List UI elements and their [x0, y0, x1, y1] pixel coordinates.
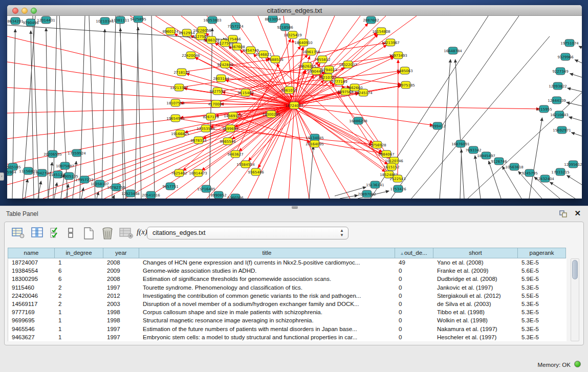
new-column-file-icon[interactable]: [82, 227, 95, 240]
table-cell[interactable]: Embryonic stem cells: a model to study s…: [139, 333, 395, 341]
column-header-short[interactable]: short: [433, 248, 517, 258]
graph-edge[interactable]: [309, 146, 313, 199]
table-cell[interactable]: 2: [55, 292, 103, 300]
table-cell[interactable]: 0: [395, 325, 433, 333]
graph-edge[interactable]: [567, 102, 582, 106]
graph-edge[interactable]: [568, 88, 582, 92]
select-rows-checklist-icon[interactable]: [50, 227, 61, 239]
panel-collapse-handle[interactable]: ‹: [0, 172, 4, 181]
table-cell[interactable]: 22420046: [8, 292, 55, 300]
table-cell[interactable]: 9115460: [8, 283, 55, 292]
column-header-title[interactable]: title: [139, 248, 395, 258]
table-cell[interactable]: 2: [55, 300, 103, 308]
table-cell[interactable]: 2009: [103, 267, 139, 275]
table-cell[interactable]: Disruption of a novel member of a sodium…: [139, 300, 395, 308]
table-row[interactable]: 1456911722003Disruption of a novel membe…: [8, 300, 565, 308]
table-cell[interactable]: 1: [55, 316, 103, 324]
function-builder-icon[interactable]: f(x): [137, 228, 147, 236]
column-header-pagerank[interactable]: pagerank: [517, 248, 566, 258]
table-cell[interactable]: 18724007: [8, 258, 55, 267]
table-cell[interactable]: 1997: [103, 325, 139, 333]
table-cell[interactable]: 0: [395, 292, 433, 300]
table-cell[interactable]: Investigating the contribution of common…: [139, 292, 395, 300]
float-panel-icon[interactable]: [559, 210, 568, 217]
table-row[interactable]: 946554611997Estimation of the future num…: [8, 325, 565, 333]
table-row[interactable]: 1872400712008Changes of HCN gene express…: [8, 258, 565, 267]
table-cell[interactable]: 2: [55, 283, 103, 292]
table-row[interactable]: 969969511998Structural magnetic resonanc…: [8, 316, 565, 324]
graph-edge[interactable]: [294, 105, 350, 199]
table-cell[interactable]: 5.3E-5: [518, 316, 567, 324]
table-cell[interactable]: 1998: [103, 308, 139, 316]
table-vertical-scrollbar[interactable]: [571, 258, 579, 341]
table-cell[interactable]: Dudbridge et al. (2008): [433, 275, 518, 283]
table-cell[interactable]: 1: [55, 333, 103, 341]
table-cell[interactable]: 5.3E-5: [518, 258, 567, 267]
table-cell[interactable]: 5.3E-5: [518, 308, 567, 316]
table-cell[interactable]: Changes of HCN gene expression and I(f) …: [139, 258, 395, 267]
graph-edge[interactable]: [294, 105, 330, 199]
graph-edge[interactable]: [81, 188, 83, 199]
network-window[interactable]: citations_edges.txt 16053803735722488130…: [7, 5, 582, 199]
close-panel-icon[interactable]: ✕: [574, 209, 581, 218]
graph-edge[interactable]: [112, 16, 116, 199]
table-cell[interactable]: 14569117: [8, 300, 55, 308]
table-cell[interactable]: 2012: [103, 292, 139, 300]
table-cell[interactable]: Yano et al. (2008): [433, 258, 518, 267]
graph-edge[interactable]: [570, 74, 582, 77]
graph-edge[interactable]: [25, 179, 28, 199]
graph-edge[interactable]: [550, 182, 575, 199]
graph-edge[interactable]: [89, 16, 95, 199]
graph-edge[interactable]: [54, 183, 57, 199]
table-cell[interactable]: Genome-wide association studies in ADHD.: [139, 267, 395, 275]
table-cell[interactable]: Jankovic et al. (1997): [433, 283, 518, 292]
table-cell[interactable]: 0: [395, 283, 433, 292]
graph-edge[interactable]: [489, 161, 501, 199]
network-window-titlebar[interactable]: citations_edges.txt: [7, 5, 582, 16]
table-cell[interactable]: Estimation of significance thresholds fo…: [139, 275, 395, 283]
table-options-icon[interactable]: [12, 227, 25, 239]
table-row[interactable]: 911546021997Tourette syndrome. Phenomeno…: [8, 283, 565, 292]
table-cell[interactable]: 9465546: [8, 325, 55, 333]
graph-edge[interactable]: [294, 105, 387, 164]
table-scrollbar-thumb[interactable]: [572, 260, 578, 279]
table-cell[interactable]: 5.6E-5: [518, 267, 567, 275]
table-cell[interactable]: 2008: [103, 275, 139, 283]
table-cell[interactable]: Tibbo et al. (1998): [433, 308, 518, 316]
table-cell[interactable]: 5.3E-5: [518, 300, 567, 308]
table-cell[interactable]: Tourette syndrome. Phenomenology and cla…: [139, 283, 395, 292]
table-cell[interactable]: 2008: [103, 258, 139, 267]
graph-edge[interactable]: [572, 133, 582, 136]
table-cell[interactable]: 1: [55, 325, 103, 333]
graph-edge[interactable]: [80, 16, 85, 199]
table-cell[interactable]: de Silva et al. (2003): [433, 300, 518, 308]
table-cell[interactable]: 9463627: [8, 333, 55, 341]
graph-edge[interactable]: [575, 60, 582, 63]
graph-edge[interactable]: [503, 166, 521, 199]
network-canvas-container[interactable]: 1605380373572248813054921858628876828634…: [7, 16, 582, 199]
table-cell[interactable]: 6: [55, 267, 103, 275]
graph-edge[interactable]: [48, 162, 52, 199]
graph-edge[interactable]: [23, 105, 294, 199]
graph-edge[interactable]: [195, 57, 294, 105]
table-row[interactable]: 2242004622012Investigating the contribut…: [8, 292, 565, 300]
table-cell[interactable]: 0: [395, 300, 433, 308]
table-cell[interactable]: Hescheler et al. (1997): [433, 333, 518, 341]
column-header-year[interactable]: year: [103, 248, 139, 258]
table-cell[interactable]: 6: [55, 275, 103, 283]
table-cell[interactable]: Nakamura et al. (1997): [433, 325, 518, 333]
table-cell[interactable]: 49: [395, 258, 433, 267]
table-row[interactable]: 1830029562008Estimation of significance …: [8, 275, 565, 283]
table-row[interactable]: 977716911998Corpus callosum shape and si…: [8, 308, 565, 316]
graph-edge[interactable]: [475, 156, 481, 199]
table-cell[interactable]: 9699695: [8, 316, 55, 324]
table-cell[interactable]: 5.5E-5: [518, 292, 567, 300]
split-pane-grip[interactable]: [292, 206, 298, 209]
table-cell[interactable]: 0: [395, 308, 433, 316]
table-cell[interactable]: 1997: [103, 333, 139, 341]
column-header-out_de[interactable]: ▵out_de...: [395, 248, 433, 258]
row-height-icon[interactable]: [67, 227, 74, 239]
table-cell[interactable]: 0: [395, 267, 433, 275]
table-cell[interactable]: 19384554: [8, 267, 55, 275]
table-cell[interactable]: 0: [395, 275, 433, 283]
